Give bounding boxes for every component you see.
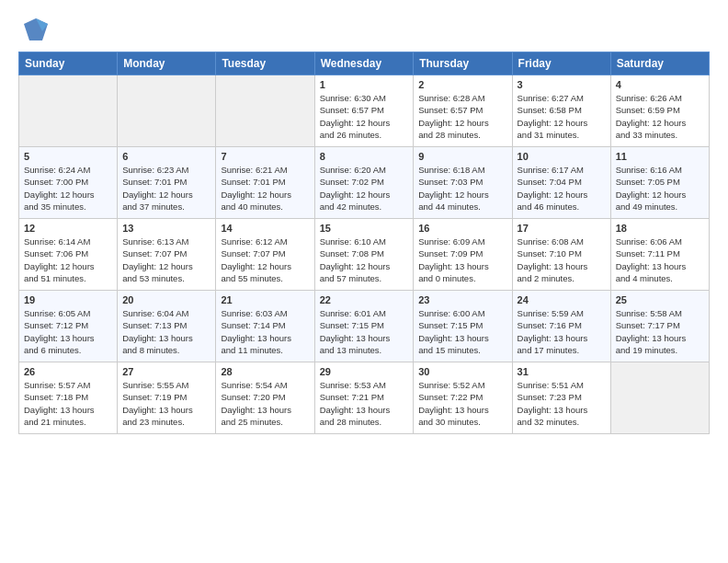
weekday-header-tuesday: Tuesday — [216, 52, 314, 75]
cell-date-number: 28 — [221, 366, 309, 377]
calendar-cell — [19, 75, 118, 147]
cell-info-text: Sunrise: 5:58 AM Sunset: 7:17 PM Dayligh… — [616, 307, 704, 356]
cell-date-number: 5 — [24, 151, 112, 162]
logo — [18, 15, 50, 42]
cell-info-text: Sunrise: 6:09 AM Sunset: 7:09 PM Dayligh… — [418, 236, 506, 284]
calendar-cell: 18Sunrise: 6:06 AM Sunset: 7:11 PM Dayli… — [610, 219, 709, 291]
calendar-cell: 8Sunrise: 6:20 AM Sunset: 7:02 PM Daylig… — [314, 147, 414, 219]
weekday-header-friday: Friday — [512, 52, 610, 75]
calendar-cell: 19Sunrise: 6:05 AM Sunset: 7:12 PM Dayli… — [19, 291, 118, 362]
calendar-cell: 31Sunrise: 5:51 AM Sunset: 7:23 PM Dayli… — [512, 362, 610, 434]
calendar-cell: 23Sunrise: 6:00 AM Sunset: 7:15 PM Dayli… — [414, 291, 512, 362]
calendar-cell: 24Sunrise: 5:59 AM Sunset: 7:16 PM Dayli… — [512, 291, 610, 362]
cell-date-number: 13 — [122, 223, 210, 234]
weekday-header-wednesday: Wednesday — [314, 52, 414, 75]
cell-date-number: 11 — [616, 151, 704, 162]
cell-date-number: 19 — [24, 294, 112, 305]
cell-info-text: Sunrise: 6:30 AM Sunset: 6:57 PM Dayligh… — [320, 92, 409, 141]
calendar-cell: 30Sunrise: 5:52 AM Sunset: 7:22 PM Dayli… — [414, 362, 512, 434]
calendar-cell: 26Sunrise: 5:57 AM Sunset: 7:18 PM Dayli… — [19, 362, 118, 434]
cell-date-number: 20 — [122, 294, 210, 305]
weekday-header-sunday: Sunday — [19, 52, 118, 75]
cell-date-number: 2 — [418, 79, 506, 90]
weekday-header-row: SundayMondayTuesdayWednesdayThursdayFrid… — [19, 52, 710, 75]
week-row-1: 1Sunrise: 6:30 AM Sunset: 6:57 PM Daylig… — [19, 75, 710, 147]
cell-info-text: Sunrise: 5:52 AM Sunset: 7:22 PM Dayligh… — [418, 379, 506, 428]
cell-info-text: Sunrise: 6:04 AM Sunset: 7:13 PM Dayligh… — [122, 307, 210, 356]
cell-date-number: 21 — [221, 294, 309, 305]
cell-info-text: Sunrise: 5:59 AM Sunset: 7:16 PM Dayligh… — [518, 307, 606, 356]
calendar-cell: 5Sunrise: 6:24 AM Sunset: 7:00 PM Daylig… — [19, 147, 118, 219]
page: SundayMondayTuesdayWednesdayThursdayFrid… — [0, 0, 728, 563]
cell-date-number: 26 — [24, 366, 112, 377]
cell-date-number: 1 — [320, 79, 409, 90]
calendar-cell: 7Sunrise: 6:21 AM Sunset: 7:01 PM Daylig… — [216, 147, 314, 219]
cell-date-number: 6 — [122, 151, 210, 162]
cell-date-number: 27 — [122, 366, 210, 377]
week-row-3: 12Sunrise: 6:14 AM Sunset: 7:06 PM Dayli… — [19, 219, 710, 291]
cell-info-text: Sunrise: 6:10 AM Sunset: 7:08 PM Dayligh… — [320, 236, 409, 284]
cell-info-text: Sunrise: 6:06 AM Sunset: 7:11 PM Dayligh… — [616, 236, 704, 284]
calendar-cell: 15Sunrise: 6:10 AM Sunset: 7:08 PM Dayli… — [314, 219, 414, 291]
calendar-cell: 22Sunrise: 6:01 AM Sunset: 7:15 PM Dayli… — [314, 291, 414, 362]
svg-marker-0 — [24, 18, 48, 40]
calendar-cell: 25Sunrise: 5:58 AM Sunset: 7:17 PM Dayli… — [610, 291, 709, 362]
week-row-2: 5Sunrise: 6:24 AM Sunset: 7:00 PM Daylig… — [19, 147, 710, 219]
cell-info-text: Sunrise: 6:05 AM Sunset: 7:12 PM Dayligh… — [24, 307, 112, 356]
cell-date-number: 22 — [320, 294, 409, 305]
calendar-cell: 29Sunrise: 5:53 AM Sunset: 7:21 PM Dayli… — [314, 362, 414, 434]
calendar-cell — [216, 75, 314, 147]
calendar-cell: 3Sunrise: 6:27 AM Sunset: 6:58 PM Daylig… — [512, 75, 610, 147]
cell-info-text: Sunrise: 6:26 AM Sunset: 6:59 PM Dayligh… — [616, 92, 704, 141]
calendar-cell: 1Sunrise: 6:30 AM Sunset: 6:57 PM Daylig… — [314, 75, 414, 147]
cell-info-text: Sunrise: 5:51 AM Sunset: 7:23 PM Dayligh… — [518, 379, 606, 428]
cell-info-text: Sunrise: 6:23 AM Sunset: 7:01 PM Dayligh… — [122, 164, 210, 213]
calendar-table: SundayMondayTuesdayWednesdayThursdayFrid… — [18, 52, 710, 434]
calendar-cell: 20Sunrise: 6:04 AM Sunset: 7:13 PM Dayli… — [118, 291, 216, 362]
cell-info-text: Sunrise: 5:53 AM Sunset: 7:21 PM Dayligh… — [320, 379, 409, 428]
cell-date-number: 15 — [320, 223, 409, 234]
calendar-cell: 11Sunrise: 6:16 AM Sunset: 7:05 PM Dayli… — [610, 147, 709, 219]
cell-info-text: Sunrise: 6:12 AM Sunset: 7:07 PM Dayligh… — [221, 236, 309, 284]
header — [18, 15, 710, 42]
cell-date-number: 9 — [418, 151, 506, 162]
calendar-cell — [610, 362, 709, 434]
cell-date-number: 30 — [418, 366, 506, 377]
calendar-cell — [118, 75, 216, 147]
cell-date-number: 29 — [320, 366, 409, 377]
calendar-cell: 21Sunrise: 6:03 AM Sunset: 7:14 PM Dayli… — [216, 291, 314, 362]
cell-date-number: 24 — [518, 294, 606, 305]
cell-date-number: 17 — [518, 223, 606, 234]
cell-info-text: Sunrise: 6:27 AM Sunset: 6:58 PM Dayligh… — [518, 92, 606, 141]
calendar-cell: 28Sunrise: 5:54 AM Sunset: 7:20 PM Dayli… — [216, 362, 314, 434]
cell-date-number: 4 — [616, 79, 704, 90]
cell-info-text: Sunrise: 6:16 AM Sunset: 7:05 PM Dayligh… — [616, 164, 704, 213]
calendar-cell: 4Sunrise: 6:26 AM Sunset: 6:59 PM Daylig… — [610, 75, 709, 147]
cell-info-text: Sunrise: 6:01 AM Sunset: 7:15 PM Dayligh… — [320, 307, 409, 356]
week-row-4: 19Sunrise: 6:05 AM Sunset: 7:12 PM Dayli… — [19, 291, 710, 362]
cell-info-text: Sunrise: 6:14 AM Sunset: 7:06 PM Dayligh… — [24, 236, 112, 284]
calendar-cell: 6Sunrise: 6:23 AM Sunset: 7:01 PM Daylig… — [118, 147, 216, 219]
cell-info-text: Sunrise: 6:28 AM Sunset: 6:57 PM Dayligh… — [418, 92, 506, 141]
cell-date-number: 18 — [616, 223, 704, 234]
cell-date-number: 8 — [320, 151, 409, 162]
calendar-cell: 9Sunrise: 6:18 AM Sunset: 7:03 PM Daylig… — [414, 147, 512, 219]
weekday-header-thursday: Thursday — [414, 52, 512, 75]
calendar-cell: 13Sunrise: 6:13 AM Sunset: 7:07 PM Dayli… — [118, 219, 216, 291]
cell-date-number: 14 — [221, 223, 309, 234]
calendar-cell: 10Sunrise: 6:17 AM Sunset: 7:04 PM Dayli… — [512, 147, 610, 219]
calendar-cell: 2Sunrise: 6:28 AM Sunset: 6:57 PM Daylig… — [414, 75, 512, 147]
cell-info-text: Sunrise: 6:18 AM Sunset: 7:03 PM Dayligh… — [418, 164, 506, 213]
cell-info-text: Sunrise: 5:54 AM Sunset: 7:20 PM Dayligh… — [221, 379, 309, 428]
cell-info-text: Sunrise: 6:17 AM Sunset: 7:04 PM Dayligh… — [518, 164, 606, 213]
calendar-cell: 27Sunrise: 5:55 AM Sunset: 7:19 PM Dayli… — [118, 362, 216, 434]
cell-info-text: Sunrise: 6:20 AM Sunset: 7:02 PM Dayligh… — [320, 164, 409, 213]
weekday-header-monday: Monday — [118, 52, 216, 75]
calendar-cell: 16Sunrise: 6:09 AM Sunset: 7:09 PM Dayli… — [414, 219, 512, 291]
cell-date-number: 10 — [518, 151, 606, 162]
cell-date-number: 23 — [418, 294, 506, 305]
cell-info-text: Sunrise: 5:57 AM Sunset: 7:18 PM Dayligh… — [24, 379, 112, 428]
calendar-cell: 12Sunrise: 6:14 AM Sunset: 7:06 PM Dayli… — [19, 219, 118, 291]
cell-date-number: 3 — [518, 79, 606, 90]
cell-info-text: Sunrise: 6:00 AM Sunset: 7:15 PM Dayligh… — [418, 307, 506, 356]
